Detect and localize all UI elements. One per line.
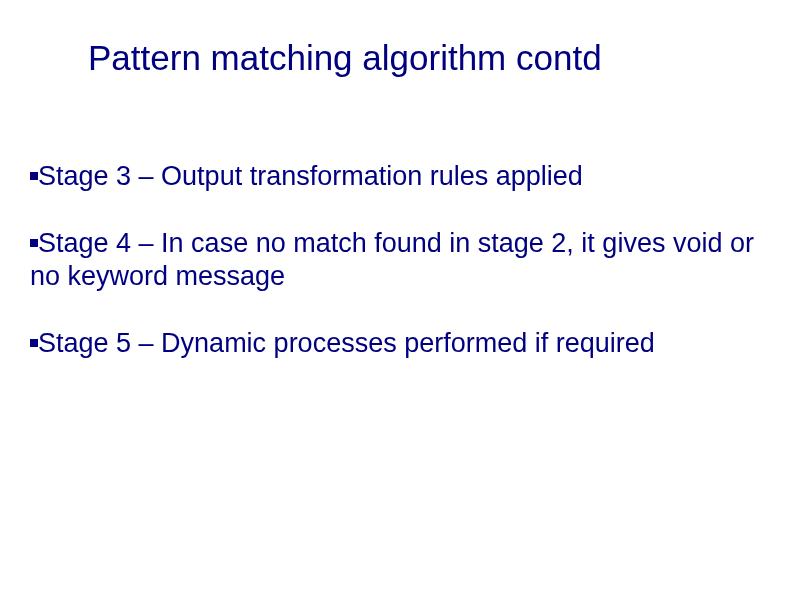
bullet-icon xyxy=(30,339,38,347)
slide-title: Pattern matching algorithm contd xyxy=(88,38,764,78)
list-item: Stage 4 – In case no match found in stag… xyxy=(30,227,764,293)
list-item: Stage 5 – Dynamic processes performed if… xyxy=(30,327,764,360)
bullet-list: Stage 3 – Output transformation rules ap… xyxy=(30,160,764,360)
bullet-text: Stage 4 – In case no match found in stag… xyxy=(30,228,754,291)
bullet-icon xyxy=(30,239,38,247)
bullet-text: Stage 5 – Dynamic processes performed if… xyxy=(38,328,655,358)
bullet-text: Stage 3 – Output transformation rules ap… xyxy=(38,161,583,191)
slide: Pattern matching algorithm contd Stage 3… xyxy=(0,0,794,595)
list-item: Stage 3 – Output transformation rules ap… xyxy=(30,160,764,193)
bullet-icon xyxy=(30,172,38,180)
